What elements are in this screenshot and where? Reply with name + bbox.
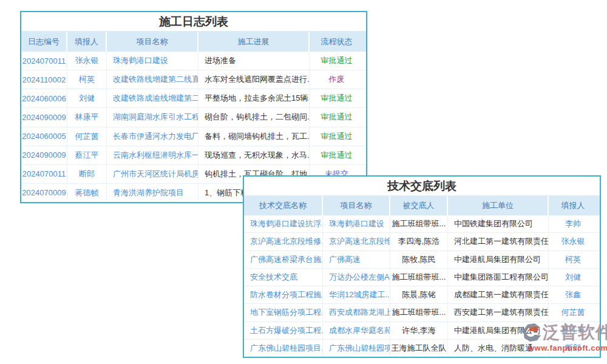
disclosure-col-header-name: 技术交底名称 [244,196,323,215]
log-cell-log_no[interactable]: 2024070009 [21,184,67,202]
log-cell-progress: 砌台阶，钩机排土，二包砌间... [198,108,310,126]
log-status-badge: 审批通过 [310,89,364,107]
disclosure-cell-reporter[interactable]: 张永银 [549,233,597,250]
log-col-header-log_no: 日志编号 [21,32,67,52]
technical-disclosure-panel: 技术交底列表 技术交底名称项目名称被交底人施工单位填报人 珠海鹤港口建设抗浮..… [243,175,601,358]
disclosure-cell-reporter[interactable]: 蔡江平 [549,322,597,339]
log-row[interactable]: 2024060005何芷茵长春市伊通河水力发电厂...备料，砌间墙钩机排土，瓦工… [21,127,366,146]
disclosure-cell-reporter[interactable]: 张鑫 [549,286,597,303]
log-cell-project[interactable]: 改建铁路成渝线增建第二... [107,89,198,107]
disclosure-cell-name[interactable]: 防水卷材分项工程施... [244,286,323,303]
log-cell-progress: 进场准备 [198,52,310,70]
disclosure-cell-project[interactable]: 广东佛山碧桂园项目 [323,340,390,357]
log-row[interactable]: 2024060006刘健改建铁路成渝线增建第二...平整场地，拉走多余泥土15辆… [21,89,366,107]
disclosure-cell-reporter[interactable]: 何芷茵 [549,304,597,321]
disclosure-cell-name[interactable]: 广佛高速桥梁承台施... [244,251,323,268]
disclosure-cell-receiver: 施工班组带班... [390,304,448,321]
disclosure-cell-reporter[interactable]: 柯英 [549,251,597,268]
disclosure-cell-receiver: 施工班组带班... [390,215,448,232]
log-cell-reporter[interactable]: 林康平 [67,108,107,126]
disclosure-cell-unit: 中建港航局集团有限公司 [448,251,549,268]
log-col-header-project: 项目名称 [107,32,198,52]
technical-disclosure-body: 珠海鹤港口建设抗浮...珠海鹤港口建设施工班组带班...中国铁建集团有限公司李帅… [244,215,600,357]
technical-disclosure-title: 技术交底列表 [244,177,600,196]
disclosure-cell-project[interactable]: 珠海鹤港口建设 [323,215,390,232]
log-cell-reporter[interactable]: 断郎 [67,165,107,183]
log-cell-project[interactable]: 改建铁路线增建第二线直... [107,70,198,89]
disclosure-cell-name[interactable]: 京沪高速北京段维修... [244,233,323,250]
construction-log-header-row: 日志编号填报人项目名称施工进展流程状态 [21,32,366,52]
disclosure-cell-project[interactable]: 万达办公楼左侧A... [323,269,390,286]
log-cell-log_no[interactable]: 2024070011 [21,165,67,183]
disclosure-cell-project[interactable]: 广佛高速 [323,251,390,268]
disclosure-cell-unit: 中国铁建集团有限公司 [448,215,549,232]
disclosure-row[interactable]: 珠海鹤港口建设抗浮...珠海鹤港口建设施工班组带班...中国铁建集团有限公司李帅 [244,215,600,232]
log-cell-reporter[interactable]: 蔡江平 [67,146,107,164]
disclosure-cell-project[interactable]: 京沪高速北京段维修 [323,233,390,250]
log-cell-log_no[interactable]: 2024090009 [21,146,67,164]
construction-log-panel: 施工日志列表 日志编号填报人项目名称施工进展流程状态 2024070011张永银… [20,11,367,203]
construction-log-title: 施工日志列表 [21,12,366,32]
disclosure-row[interactable]: 安全技术交底万达办公楼左侧A...施工班组带班...中建集团路面工程有限公司刘健 [244,268,600,286]
disclosure-cell-name[interactable]: 土石方爆破分项工程... [244,322,323,339]
log-cell-project[interactable]: 云南水利枢纽潜明水库一... [107,146,198,164]
log-cell-reporter[interactable]: 柯英 [67,70,107,89]
disclosure-cell-unit: 中建集团路面工程有限公司 [448,269,549,286]
log-status-badge: 审批通过 [310,146,364,164]
disclosure-cell-name[interactable]: 珠海鹤港口建设抗浮... [244,215,323,232]
log-col-header-progress: 施工进展 [198,32,310,52]
log-cell-project[interactable]: 长春市伊通河水力发电厂... [107,127,198,146]
disclosure-row[interactable]: 土石方爆破分项工程...成都水岸华庭名苑...许华,李海中建港航局集团有限公司蔡… [244,322,600,339]
log-col-header-status: 流程状态 [310,32,364,52]
log-cell-project[interactable]: 青海洪湖养护院项目 [107,184,198,202]
log-row[interactable]: 2024090009林康平湖南洞庭湖水库引水工程...砌台阶，钩机排土，二包砌间… [21,107,366,126]
log-status-badge: 审批通过 [310,108,364,126]
log-cell-log_no[interactable]: 2024060006 [21,89,67,107]
disclosure-cell-reporter[interactable]: 李帅 [549,215,597,232]
disclosure-cell-name[interactable]: 地下室钢筋分项工程... [244,304,323,321]
log-cell-project[interactable]: 湖南洞庭湖水库引水工程... [107,108,198,126]
disclosure-cell-project[interactable]: 西安成都路龙湖上... [323,304,390,321]
log-cell-reporter[interactable]: 张永银 [67,52,107,70]
disclosure-cell-receiver: 王海施工队全队 [390,340,448,357]
disclosure-cell-name[interactable]: 安全技术交底 [244,269,323,286]
disclosure-cell-receiver: 许华,李海 [390,322,448,339]
log-cell-reporter[interactable]: 刘健 [67,89,107,107]
disclosure-row[interactable]: 地下室钢筋分项工程...西安成都路龙湖上...施工班组带班...西安建工第一建筑… [244,303,600,321]
disclosure-row[interactable]: 京沪高速北京段维修...京沪高速北京段维修李四海,陈浩河北建工第一建筑有限责任公… [244,232,600,250]
disclosure-row[interactable]: 广佛高速桥梁承台施...广佛高速陈牧,陈民中建港航局集团有限公司柯英 [244,251,600,268]
log-cell-log_no[interactable]: 2024110002 [21,70,67,89]
disclosure-cell-reporter[interactable]: 断郎 [549,340,597,357]
disclosure-col-header-unit: 施工单位 [448,196,549,215]
log-cell-log_no[interactable]: 2024060005 [21,127,67,146]
log-status-badge: 审批通过 [310,127,364,146]
log-cell-project[interactable]: 广州市天河区统计局机房... [107,165,198,183]
log-cell-reporter[interactable]: 何芷茵 [67,127,107,146]
log-row[interactable]: 2024110002柯英改建铁路线增建第二线直...水车对全线遮阳网覆盖点进行.… [21,70,366,89]
log-cell-progress: 水车对全线遮阳网覆盖点进行... [198,70,310,89]
log-cell-progress: 平整场地，拉走多余泥土15辆... [198,89,310,107]
disclosure-col-header-receiver: 被交底人 [390,196,448,215]
disclosure-cell-project[interactable]: 成都水岸华庭名苑... [323,322,390,339]
log-cell-log_no[interactable]: 2024070011 [21,52,67,70]
disclosure-cell-unit: 西安建工第一建筑有限责任公司 [448,304,549,321]
log-col-header-reporter: 填报人 [67,32,107,52]
log-cell-progress: 现场巡查，无积水现象，水马... [198,146,310,164]
disclosure-cell-name[interactable]: 广东佛山碧桂园项目... [244,340,323,357]
disclosure-cell-project[interactable]: 华润12城房建工... [323,286,390,303]
technical-disclosure-header-row: 技术交底名称项目名称被交底人施工单位填报人 [244,196,600,215]
disclosure-cell-reporter[interactable]: 刘健 [549,269,597,286]
log-status-badge: 作废 [310,70,364,89]
disclosure-col-header-project: 项目名称 [323,196,390,215]
disclosure-row[interactable]: 广东佛山碧桂园项目...广东佛山碧桂园项目王海施工队全队人防、水电、消防暖通断郎 [244,339,600,357]
log-cell-reporter[interactable]: 蒋德帧 [67,184,107,202]
log-status-badge: 审批通过 [310,52,364,70]
log-cell-log_no[interactable]: 2024090009 [21,108,67,126]
disclosure-cell-unit: 成都建工第一建筑有限责任公司 [448,286,549,303]
log-row[interactable]: 2024090009蔡江平云南水利枢纽潜明水库一...现场巡查，无积水现象，水马… [21,146,366,164]
log-cell-project[interactable]: 珠海鹤港口建设 [107,52,198,70]
disclosure-cell-unit: 中建港航局集团有限公司 [448,322,549,339]
disclosure-row[interactable]: 防水卷材分项工程施...华润12城房建工...陈晨,陈铭成都建工第一建筑有限责任… [244,286,600,303]
disclosure-cell-receiver: 陈牧,陈民 [390,251,448,268]
log-row[interactable]: 2024070011张永银珠海鹤港口建设进场准备审批通过 [21,52,366,70]
